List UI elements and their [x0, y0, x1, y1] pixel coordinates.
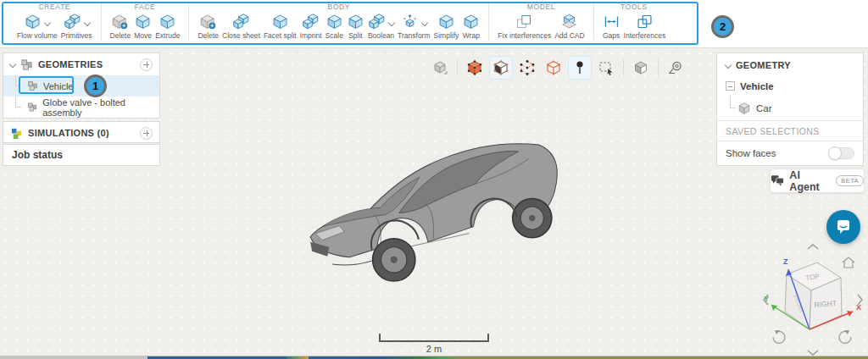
rear-wheel — [513, 198, 552, 237]
geometry-item-vehicle[interactable]: Vehicle — [3, 75, 159, 97]
face-extrude-icon — [159, 13, 176, 30]
job-status-title: Job status — [3, 145, 159, 165]
geometry-item-icon — [27, 102, 37, 113]
car-model[interactable] — [298, 135, 563, 286]
wrap-icon — [462, 13, 480, 30]
annotation-badge-2: 2 — [711, 15, 734, 38]
cube-face-right-label[interactable]: RIGHT — [814, 299, 837, 309]
toolbar-group-face: FACE Delete Move Extrude — [101, 3, 189, 40]
body-delete-button[interactable]: Delete — [196, 12, 220, 40]
simulations-title: SIMULATIONS (0) — [28, 128, 135, 138]
body-delete-icon — [199, 13, 217, 30]
face-move-button[interactable]: Move — [132, 12, 153, 40]
face-delete-button[interactable]: Delete — [108, 12, 133, 40]
show-faces-toggle[interactable] — [829, 147, 854, 159]
rotate-up-icon[interactable] — [808, 245, 818, 249]
measure-icon[interactable] — [664, 56, 687, 80]
saved-selections-header[interactable]: SAVED SELECTIONS — [717, 120, 863, 141]
toolbar-group-tools: TOOLS Gaps Interferences — [593, 3, 675, 40]
app-window: CREATE Flow volume Primitives FACE Delet… — [0, 0, 868, 359]
flow-volume-button[interactable]: Flow volume — [15, 12, 59, 40]
simplify-icon — [437, 13, 455, 30]
chevron-down-icon[interactable] — [44, 19, 51, 26]
group-label-body: BODY — [328, 3, 351, 11]
tree-line — [730, 96, 736, 108]
chevron-down-icon[interactable] — [388, 19, 395, 26]
wrap-button[interactable]: Wrap — [460, 12, 481, 40]
cad-mode-toolbar: CREATE Flow volume Primitives FACE Delet… — [0, 0, 868, 48]
boolean-button[interactable]: Boolean — [366, 12, 396, 40]
transform-button[interactable]: Transform — [396, 12, 431, 40]
chevron-down-icon[interactable] — [9, 61, 16, 68]
interferences-icon — [636, 13, 654, 30]
collapse-icon[interactable] — [726, 81, 735, 91]
select-volume-icon[interactable] — [463, 56, 487, 80]
axis-y-label: Y — [764, 295, 769, 303]
tree-node-car[interactable]: Car — [717, 96, 863, 120]
hide-body-icon[interactable] — [629, 56, 653, 80]
group-label-face: FACE — [135, 3, 156, 11]
face-move-icon — [134, 13, 152, 30]
job-status-card[interactable]: Job status — [3, 144, 160, 166]
geometry-item-globe-valve[interactable]: Globe valve - bolted assembly — [3, 97, 159, 118]
ai-agent-button[interactable]: AI Agent BETA — [770, 168, 865, 193]
facet-split-button[interactable]: Facet split — [262, 12, 298, 40]
roll-cw-icon[interactable] — [839, 330, 851, 343]
simulations-icon — [10, 127, 23, 140]
add-geometry-button[interactable] — [140, 58, 153, 71]
simulations-header[interactable]: SIMULATIONS (0) — [3, 122, 159, 144]
support-chat-button[interactable] — [826, 210, 860, 244]
geometry-item-icon — [27, 80, 38, 91]
imprint-button[interactable]: Imprint — [298, 12, 324, 40]
chevron-down-icon[interactable] — [83, 19, 90, 26]
chat-bubbles-icon — [771, 174, 784, 187]
chevron-down-icon[interactable] — [725, 61, 732, 68]
roll-ccw-icon[interactable] — [773, 330, 785, 343]
fix-interferences-icon — [515, 13, 533, 30]
add-cad-button[interactable]: Add CAD — [553, 12, 586, 40]
select-edge-icon[interactable] — [542, 56, 565, 80]
geometries-header[interactable]: GEOMETRIES — [3, 53, 159, 75]
axis-z-label: Z — [783, 257, 788, 266]
view-cube-widget[interactable]: TOP RIGHT FRONT Z Y X — [760, 242, 866, 357]
rotate-down-icon[interactable] — [808, 351, 818, 355]
close-sheet-button[interactable]: Close sheet — [220, 12, 262, 40]
tree-node-vehicle[interactable]: Vehicle — [717, 76, 863, 96]
split-button[interactable]: Split — [345, 12, 366, 40]
gaps-icon — [603, 13, 620, 30]
geometry-title: GEOMETRY — [736, 60, 854, 70]
facet-split-icon — [271, 13, 289, 30]
add-cad-icon — [560, 13, 578, 30]
toolbar-group-body: BODY Delete Close sheet Facet split Impr… — [188, 3, 488, 40]
chevron-down-icon[interactable] — [421, 19, 428, 26]
select-face-icon[interactable] — [489, 56, 513, 80]
face-delete-icon — [111, 13, 129, 30]
add-simulation-button[interactable] — [140, 127, 153, 140]
show-faces-label: Show faces — [726, 148, 776, 158]
front-wheel — [373, 239, 415, 281]
interferences-button[interactable]: Interferences — [622, 12, 668, 40]
geometry-header[interactable]: GEOMETRY — [717, 53, 863, 76]
fix-interferences-button[interactable]: Fix interferences — [496, 12, 553, 40]
transform-icon — [401, 13, 419, 30]
scale-icon — [326, 13, 343, 30]
viewport-tool-strip — [428, 56, 687, 80]
divider — [623, 59, 624, 76]
beta-badge: BETA — [836, 175, 864, 186]
probe-point-icon[interactable] — [568, 56, 592, 80]
chat-bubble-icon — [835, 218, 852, 235]
display-mode-icon[interactable] — [428, 56, 452, 80]
gaps-button[interactable]: Gaps — [601, 12, 622, 40]
geometries-title: GEOMETRIES — [38, 59, 135, 69]
simplify-button[interactable]: Simplify — [432, 12, 461, 40]
annotation-badge-1: 1 — [84, 75, 107, 97]
scale-button[interactable]: Scale — [324, 12, 345, 40]
select-vertex-icon[interactable] — [515, 56, 539, 80]
face-extrude-button[interactable]: Extrude — [153, 12, 181, 40]
box-select-icon[interactable] — [594, 56, 618, 80]
home-view-icon[interactable] — [843, 257, 854, 268]
bottom-edge-strip — [0, 356, 868, 359]
toolbar-group-model: MODEL Fix interferences Add CAD — [488, 3, 593, 40]
geometries-icon — [20, 58, 33, 71]
primitives-button[interactable]: Primitives — [59, 12, 94, 40]
